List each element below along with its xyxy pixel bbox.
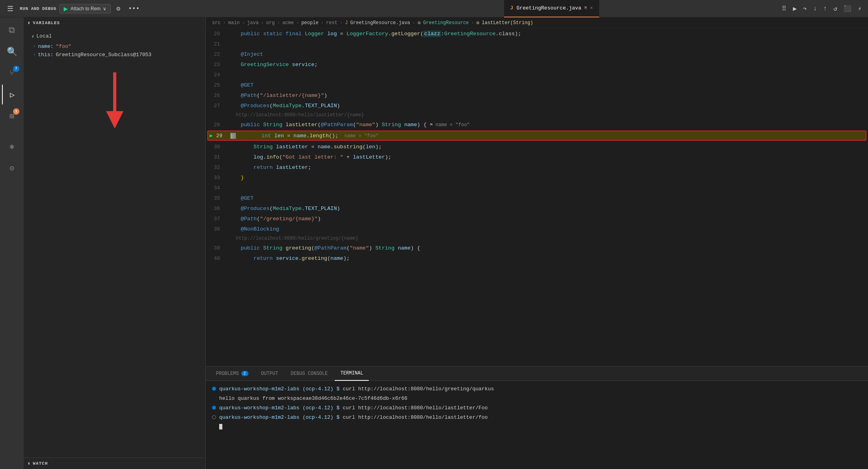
bc-org: org [266, 20, 275, 26]
terminal-line-1: quarkus-workshop-m1m2-labs (ocp-4.12) $ … [212, 384, 862, 393]
tooltip-line-27: http://localhost:8080/hello/lastletter/{… [206, 111, 868, 119]
attach-button[interactable]: ▶ Attach to Rem ∨ [59, 4, 111, 13]
attach-btn-label: Attach to Rem [70, 6, 100, 11]
bc-filename: GreetingResource.java [350, 20, 410, 26]
arrow-visual [106, 72, 123, 129]
code-line-40: 40 return service.greeting(name); [206, 253, 868, 263]
watch-section: ∨ WATCH [24, 458, 205, 469]
output-text-1: hello quarkus from workspaceae38d46c6b2e… [212, 395, 407, 401]
debug-arrow-icon: ▶ [210, 132, 213, 139]
output-label: OUTPUT [261, 371, 278, 376]
activity-git[interactable]: ⑂ 7 [2, 63, 22, 83]
terminal-tabs: PROBLEMS 2 OUTPUT DEBUG CONSOLE TERMINAL [206, 367, 868, 381]
step-into-icon[interactable]: ↓ [811, 4, 820, 14]
code-line-25: 25 @GET [206, 80, 868, 90]
var-this-value: GreetingResource_Subclass@17053 [56, 52, 152, 58]
var-name-label: name: [38, 43, 53, 49]
debug-continue-icon[interactable]: ▶ [790, 3, 799, 14]
code-line-33: 33 } [206, 172, 868, 183]
bc-src: src [212, 20, 221, 26]
watch-chevron-icon: ∨ [28, 461, 30, 466]
arrow-shaft [113, 72, 116, 112]
more-options-icon[interactable]: ••• [126, 4, 142, 14]
files-icon: ⧉ [9, 25, 15, 36]
var-this-item[interactable]: › this: GreetingResource_Subclass@17053 [24, 51, 205, 59]
variables-section-header[interactable]: ∨ VARIABLES [24, 17, 205, 28]
tab-output[interactable]: OUTPUT [256, 367, 284, 381]
terminal-line-3: quarkus-workshop-m1m2-labs (ocp-4.12) $ … [212, 412, 862, 422]
title-bar: ☰ RUN AND DEBUG ▶ Attach to Rem ∨ ⚙ ••• … [0, 0, 868, 17]
activity-bar: ⧉ 🔍 ⑂ 7 ▷ ⊞ 1 ⎈ ⊙ [0, 17, 24, 469]
tab-terminal[interactable]: TERMINAL [335, 367, 369, 381]
bc-main: main [228, 20, 240, 26]
activity-extensions[interactable]: ⊞ 1 [2, 106, 22, 126]
tab-problems[interactable]: PROBLEMS 2 [210, 367, 254, 381]
dot-3 [212, 415, 216, 419]
bc-sep1: › [223, 20, 226, 26]
bc-method-icon: ⊙ [476, 20, 479, 26]
code-line-35: 35 @GET [206, 193, 868, 203]
bc-java-icon: J [345, 20, 348, 26]
openshift-icon: ⊙ [9, 163, 14, 173]
dot-2 [212, 406, 216, 410]
git-badge: 7 [13, 66, 19, 72]
restart-icon[interactable]: ↺ [831, 3, 840, 14]
run-debug-label: RUN AND DEBUG [20, 6, 56, 11]
code-line-31: 31 log.info("Got last letter: " + lastLe… [206, 152, 868, 162]
main-layout: ⧉ 🔍 ⑂ 7 ▷ ⊞ 1 ⎈ ⊙ ∨ VARIABLES [0, 17, 868, 469]
stop-icon[interactable]: ⬛ [841, 3, 854, 14]
hamburger-menu-icon[interactable]: ☰ [4, 3, 17, 15]
editor-area: src › main › java › org › acme › people … [206, 17, 868, 469]
variables-chevron-icon: ∨ [28, 21, 30, 25]
terminal-content: quarkus-workshop-m1m2-labs (ocp-4.12) $ … [206, 381, 868, 469]
tab-greetingresource[interactable]: J GreetingResource.java M × [504, 0, 600, 17]
step-over-icon[interactable]: ↷ [801, 3, 809, 14]
tooltip-line-38: http://localhost:8080/hello/greeting/{na… [206, 234, 868, 243]
code-line-30: 30 String lastLetter = name.substring(le… [206, 142, 868, 152]
activity-search[interactable]: 🔍 [2, 42, 22, 62]
code-line-24: 24 [206, 70, 868, 80]
code-line-28: 28 public String lastLetter(@PathParam("… [206, 119, 868, 130]
tooltip-url-27: http://localhost:8080/hello/lastletter/{… [236, 112, 364, 118]
step-out-icon[interactable]: ↑ [821, 4, 830, 14]
tab-debug-console[interactable]: DEBUG CONSOLE [285, 367, 334, 381]
tab-close-button[interactable]: × [590, 6, 593, 11]
layout-icon[interactable]: ⠿ [779, 3, 789, 14]
run-debug-icon: ▷ [10, 90, 15, 100]
terminal-output-1: hello quarkus from workspaceae38d46c6b2e… [212, 393, 862, 403]
bc-class-icon: ⊙ [418, 20, 421, 26]
terminal-label: TERMINAL [340, 371, 363, 376]
debug-play-icon[interactable]: ⚡ [855, 3, 864, 14]
debug-gear-icon[interactable]: ⚙ [114, 3, 123, 14]
java-file-icon: J [510, 5, 514, 11]
var-name-item[interactable]: › name: "foo" [24, 42, 205, 51]
bc-method: lastLetter(String) [482, 20, 533, 26]
activity-kubernetes[interactable]: ⎈ [2, 137, 22, 157]
var-this-expand-icon: › [33, 53, 36, 57]
title-bar-left: ☰ RUN AND DEBUG ▶ Attach to Rem ∨ ⚙ ••• [4, 3, 142, 15]
dot-1 [212, 387, 216, 391]
activity-run-debug[interactable]: ▷ [2, 85, 22, 104]
bc-class: GreetingResource [423, 20, 469, 26]
red-arrow-container [24, 61, 205, 140]
breadcrumb: src › main › java › org › acme › people … [206, 17, 868, 28]
sidebar-debug-panel: ∨ VARIABLES ∨ Local › name: "foo" › this… [24, 17, 206, 469]
watch-section-header[interactable]: ∨ WATCH [24, 458, 205, 469]
debug-console-label: DEBUG CONSOLE [291, 371, 328, 376]
code-line-26: 26 @Path("/lastletter/{name}") [206, 90, 868, 100]
terminal-panel: PROBLEMS 2 OUTPUT DEBUG CONSOLE TERMINAL… [206, 366, 868, 469]
prompt-1: quarkus-workshop-m1m2-labs (ocp-4.12) $ [219, 386, 339, 392]
code-editor[interactable]: 20 public static final Logger log = Logg… [206, 28, 868, 366]
toolbar-right: ⠿ ▶ ↷ ↓ ↑ ↺ ⬛ ⚡ [779, 3, 864, 14]
activity-files[interactable]: ⧉ [2, 21, 22, 40]
activity-openshift[interactable]: ⊙ [2, 158, 22, 178]
terminal-line-2: quarkus-workshop-m1m2-labs (ocp-4.12) $ … [212, 403, 862, 412]
cmd-3: curl http://localhost:8080/hello/lastlet… [343, 414, 488, 420]
watch-label: WATCH [33, 461, 48, 466]
var-expand-icon: › [33, 44, 36, 49]
kubernetes-icon: ⎈ [9, 142, 14, 152]
tooltip-url-38: http://localhost:8080/hello/greeting/{na… [236, 236, 358, 241]
play-icon: ▶ [64, 6, 68, 12]
local-scope-header[interactable]: ∨ Local [24, 30, 205, 42]
code-line-34: 34 [206, 183, 868, 193]
